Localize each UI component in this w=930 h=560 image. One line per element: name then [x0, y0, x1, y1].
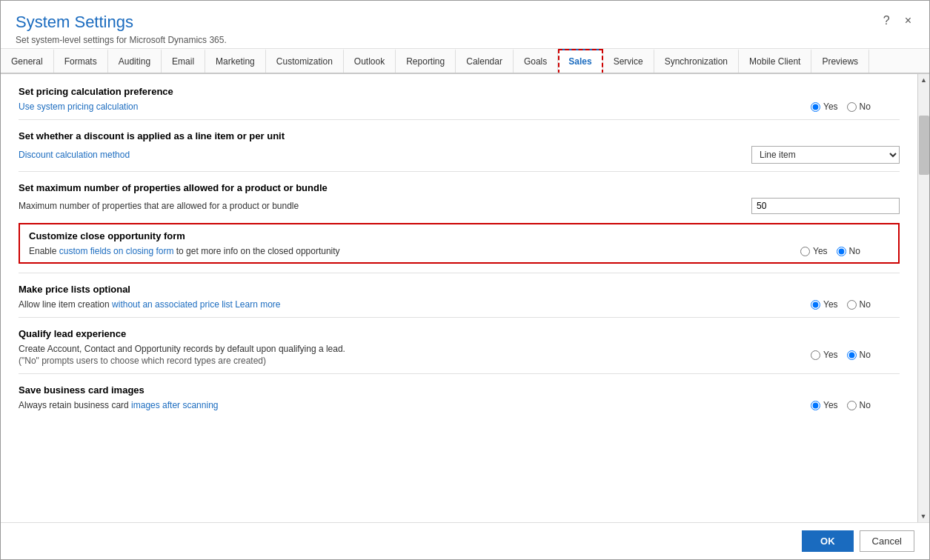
tab-service[interactable]: Service — [603, 49, 654, 73]
cancel-button[interactable]: Cancel — [860, 530, 914, 552]
business-card-no-option[interactable]: No — [847, 400, 871, 410]
customize-close-no-option[interactable]: No — [837, 246, 860, 256]
content-area: Set pricing calculation preference Use s… — [1, 74, 917, 522]
scrollbar[interactable]: ▲ ▼ — [917, 74, 929, 522]
business-card-link[interactable]: images after scanning — [131, 400, 218, 410]
system-settings-dialog: System Settings Set system-level setting… — [0, 0, 930, 560]
pricing-label: Use system pricing calculation — [19, 101, 138, 112]
tab-marketing[interactable]: Marketing — [205, 49, 266, 73]
price-lists-yes-label: Yes — [823, 299, 838, 310]
price-lists-no-option[interactable]: No — [847, 299, 871, 310]
qualify-lead-sublabel: ("No" prompts users to choose which reco… — [19, 356, 345, 366]
divider-5 — [19, 373, 900, 374]
price-lists-link[interactable]: without an associated price list — [112, 299, 233, 310]
customize-close-label: Enable custom fields on closing form to … — [29, 246, 340, 256]
scroll-thumb[interactable] — [919, 116, 929, 175]
tab-synchronization[interactable]: Synchronization — [654, 49, 739, 73]
divider-1 — [19, 119, 900, 120]
price-lists-radio-group: Yes No — [811, 299, 900, 310]
pricing-no-radio[interactable] — [847, 102, 857, 112]
price-lists-no-radio[interactable] — [847, 300, 857, 310]
price-lists-label: Allow line item creation without an asso… — [19, 299, 281, 310]
customize-close-box: Customize close opportunity form Enable … — [19, 223, 900, 264]
business-card-row: Always retain business card images after… — [19, 400, 900, 410]
customize-close-row: Enable custom fields on closing form to … — [29, 246, 889, 256]
customize-close-radio-group: Yes No — [800, 246, 889, 256]
qualify-lead-label-wrap: Create Account, Contact and Opportunity … — [19, 344, 345, 366]
tab-calendar[interactable]: Calendar — [456, 49, 514, 73]
title-bar-controls: ? × — [880, 13, 914, 29]
title-bar: System Settings Set system-level setting… — [1, 1, 929, 49]
properties-input[interactable] — [751, 198, 900, 214]
price-lists-section-title: Make price lists optional — [19, 284, 900, 295]
tab-previews[interactable]: Previews — [811, 49, 869, 73]
dialog-title: System Settings — [16, 13, 227, 32]
business-card-yes-radio[interactable] — [811, 401, 820, 410]
qualify-lead-row: Create Account, Contact and Opportunity … — [19, 344, 900, 366]
pricing-radio-group: Yes No — [811, 101, 900, 112]
customize-close-yes-radio[interactable] — [800, 247, 810, 256]
title-bar-left: System Settings Set system-level setting… — [16, 13, 227, 45]
qualify-lead-yes-option[interactable]: Yes — [811, 350, 838, 360]
price-lists-no-label: No — [860, 299, 871, 310]
discount-row: Discount calculation method Line item Pe… — [19, 146, 900, 164]
discount-dropdown-wrap: Line item Per unit — [751, 146, 900, 164]
tab-formats[interactable]: Formats — [54, 49, 108, 73]
properties-input-wrap — [751, 198, 900, 214]
tab-sales[interactable]: Sales — [558, 49, 602, 74]
price-lists-row: Allow line item creation without an asso… — [19, 299, 900, 310]
tab-mobile-client[interactable]: Mobile Client — [739, 49, 811, 73]
qualify-lead-no-option[interactable]: No — [847, 350, 871, 360]
customize-close-title: Customize close opportunity form — [29, 230, 889, 241]
discount-select[interactable]: Line item Per unit — [751, 146, 900, 164]
qualify-lead-label: Create Account, Contact and Opportunity … — [19, 344, 345, 354]
close-button[interactable]: × — [902, 13, 914, 29]
discount-label: Discount calculation method — [19, 150, 130, 160]
properties-label: Maximum number of properties that are al… — [19, 201, 299, 211]
pricing-row: Use system pricing calculation Yes No — [19, 101, 900, 112]
customize-close-yes-label: Yes — [813, 246, 828, 256]
business-card-radio-group: Yes No — [811, 400, 900, 410]
price-lists-yes-radio[interactable] — [811, 300, 820, 310]
properties-row: Maximum number of properties that are al… — [19, 198, 900, 214]
price-lists-yes-option[interactable]: Yes — [811, 299, 838, 310]
help-button[interactable]: ? — [880, 13, 893, 29]
tab-auditing[interactable]: Auditing — [108, 49, 162, 73]
customize-close-no-radio[interactable] — [837, 247, 846, 256]
customize-close-yes-option[interactable]: Yes — [800, 246, 828, 256]
tab-general[interactable]: General — [1, 49, 54, 73]
business-card-yes-label: Yes — [823, 400, 838, 410]
qualify-lead-yes-radio[interactable] — [811, 350, 820, 360]
business-card-section-title: Save business card images — [19, 384, 900, 396]
customize-close-link[interactable]: custom fields on closing form — [59, 246, 174, 256]
ok-button[interactable]: OK — [802, 530, 854, 552]
pricing-no-option[interactable]: No — [847, 101, 871, 112]
scroll-down-arrow[interactable]: ▼ — [917, 510, 929, 522]
discount-section-title: Set whether a discount is applied as a l… — [19, 130, 900, 141]
pricing-section-title: Set pricing calculation preference — [19, 86, 900, 97]
business-card-yes-option[interactable]: Yes — [811, 400, 838, 410]
tab-outlook[interactable]: Outlook — [344, 49, 396, 73]
tab-bar: General Formats Auditing Email Marketing… — [1, 49, 929, 74]
tab-goals[interactable]: Goals — [514, 49, 558, 73]
footer: OK Cancel — [1, 522, 929, 559]
price-lists-learn-more[interactable]: Learn more — [235, 299, 280, 310]
qualify-lead-radio-group: Yes No — [811, 350, 900, 360]
tab-reporting[interactable]: Reporting — [396, 49, 456, 73]
pricing-yes-option[interactable]: Yes — [811, 101, 838, 112]
business-card-label: Always retain business card images after… — [19, 400, 218, 410]
divider-3 — [19, 273, 900, 273]
business-card-no-label: No — [860, 400, 871, 410]
business-card-no-radio[interactable] — [847, 401, 857, 410]
qualify-lead-no-label: No — [860, 350, 871, 360]
tab-customization[interactable]: Customization — [266, 49, 344, 73]
qualify-lead-yes-label: Yes — [823, 350, 838, 360]
tab-email[interactable]: Email — [162, 49, 205, 73]
customize-close-no-label: No — [849, 246, 860, 256]
scroll-up-arrow[interactable]: ▲ — [919, 74, 929, 86]
divider-4 — [19, 317, 900, 318]
qualify-lead-section-title: Qualify lead experience — [19, 328, 900, 339]
pricing-yes-radio[interactable] — [811, 102, 820, 112]
properties-section-title: Set maximum number of properties allowed… — [19, 182, 900, 193]
qualify-lead-no-radio[interactable] — [847, 350, 857, 360]
